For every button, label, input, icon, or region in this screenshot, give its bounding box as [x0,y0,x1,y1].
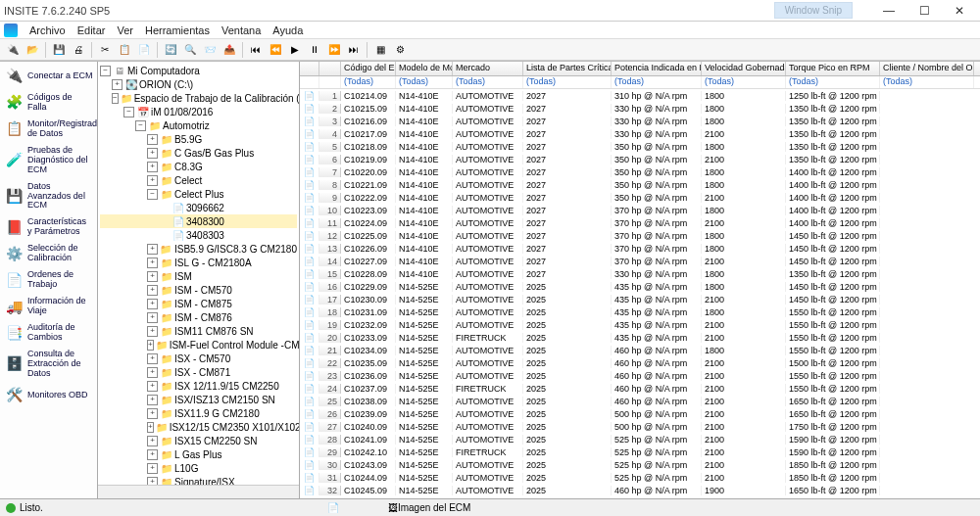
col-header[interactable] [300,62,319,75]
grid-row[interactable]: 📄18C10231.09N14-525EAUTOMOTIVE2025435 hp… [300,305,980,318]
grid-header[interactable]: Código del ECMModelo de MotorMercadoList… [300,62,980,76]
grid-row[interactable]: 📄5C10218.09N14-410EAUTOMOTIVE2027350 hp … [300,140,980,153]
expand-icon[interactable]: + [147,326,158,337]
expand-icon[interactable]: + [147,408,158,419]
expand-icon[interactable]: + [147,395,158,405]
expand-icon[interactable]: + [112,79,122,90]
grid-row[interactable]: 📄22C10235.09N14-525EAUTOMOTIVE2025460 hp… [300,356,980,369]
maximize-button[interactable]: ☐ [907,2,941,20]
tree-row[interactable]: 📄3408300 [100,214,297,228]
expand-icon[interactable]: + [147,353,158,364]
tree-row[interactable]: 📄3408303 [100,228,297,242]
tree-row[interactable]: +📁ISL G - CM2180A [100,256,297,269]
col-filter[interactable]: (Todas) [612,76,702,88]
side-item[interactable]: 📄Ordenes de Trabajo [2,267,95,293]
tool-export-icon[interactable]: 📤 [220,41,238,59]
tool-search-icon[interactable]: 🔍 [181,41,199,59]
grid-body[interactable]: 📄1C10214.09N14-410EAUTOMOTIVE2027310 hp … [300,89,980,498]
col-filter[interactable]: (Todas) [341,76,396,88]
col-header[interactable]: Mercado [453,62,523,75]
tree-row[interactable]: +📁ISM11 CM876 SN [100,324,297,338]
menu-ayuda[interactable]: Ayuda [267,23,309,38]
tree-row[interactable]: +📁ISM - CM876 [100,310,297,324]
grid-row[interactable]: 📄11C10224.09N14-410EAUTOMOTIVE2027370 hp… [300,216,980,229]
expand-icon[interactable]: − [100,66,111,76]
expand-icon[interactable]: + [147,463,158,474]
grid-row[interactable]: 📄27C10240.09N14-525EAUTOMOTIVE2025500 hp… [300,420,980,433]
expand-icon[interactable]: − [112,93,119,104]
grid-row[interactable]: 📄28C10241.09N14-525EAUTOMOTIVE2025525 hp… [300,433,980,446]
tree-row[interactable]: +📁C Gas/B Gas Plus [100,146,297,160]
grid-row[interactable]: 📄23C10236.09N14-525EAUTOMOTIVE2025460 hp… [300,369,980,382]
expand-icon[interactable]: + [147,340,154,351]
tool-open-icon[interactable]: 📂 [24,41,41,59]
grid-row[interactable]: 📄20C10233.09N14-525EFIRETRUCK2025435 hp … [300,331,980,344]
grid-row[interactable]: 📄2C10215.09N14-410EAUTOMOTIVE2027330 hp … [300,102,980,115]
expand-icon[interactable]: − [147,189,158,200]
tree-row[interactable]: +📁ISB5.9 G/ISC8.3 G CM2180 [100,242,297,256]
tree-row[interactable]: −📅iM 01/08/2016 [100,105,297,118]
tool-play-icon[interactable]: ▶ [286,41,304,59]
expand-icon[interactable]: + [147,285,158,296]
col-header[interactable]: Código del ECM [341,62,396,75]
minimize-button[interactable]: — [872,2,906,20]
side-item[interactable]: ⚙️Selección de Calibración [2,241,95,266]
tool-copy-icon[interactable]: 📋 [116,41,133,59]
menu-editar[interactable]: Editar [72,23,112,38]
grid-row[interactable]: 📄3C10216.09N14-410EAUTOMOTIVE2027330 hp … [300,115,980,127]
expand-icon[interactable]: + [147,244,158,255]
side-item[interactable]: 📑Auditoría de Cambios [2,320,95,346]
grid-row[interactable]: 📄21C10234.09N14-525EAUTOMOTIVE2025460 hp… [300,344,980,356]
grid-row[interactable]: 📄6C10219.09N14-410EAUTOMOTIVE2027350 hp … [300,153,980,165]
tree-row[interactable]: +📁L Gas Plus [100,447,297,461]
expand-icon[interactable]: + [147,436,158,446]
col-header[interactable]: Modelo de Motor [396,62,453,75]
tree-row[interactable]: −📁Automotriz [100,118,297,132]
menu-herramientas[interactable]: Herramientas [139,23,216,38]
grid-row[interactable]: 📄15C10228.09N14-410EAUTOMOTIVE2027330 hp… [300,267,980,280]
tool-cut-icon[interactable]: ✂ [96,41,114,59]
grid-row[interactable]: 📄13C10226.09N14-410EAUTOMOTIVE2027370 hp… [300,242,980,255]
col-header[interactable] [319,62,341,75]
expand-icon[interactable]: + [147,299,158,309]
expand-icon[interactable]: + [147,449,158,460]
tree-row[interactable]: +📁ISX - CM570 [100,352,297,365]
menu-ver[interactable]: Ver [111,23,139,38]
tool-refresh-icon[interactable]: 🔄 [162,41,179,59]
expand-icon[interactable]: + [147,422,154,433]
col-header[interactable]: Potencia Indicada en RPM [612,62,702,75]
grid-row[interactable]: 📄8C10221.09N14-410EAUTOMOTIVE2027350 hp … [300,178,980,191]
tree-row[interactable]: +📁ISX 12/11.9/15 CM2250 [100,379,297,393]
side-item[interactable]: 🛠️Monitores OBD [2,383,95,408]
expand-icon[interactable]: + [147,381,158,392]
expand-icon[interactable]: + [147,162,158,172]
col-header[interactable]: Lista de Partes Críticas [523,62,612,75]
grid-row[interactable]: 📄26C10239.09N14-525EAUTOMOTIVE2025500 hp… [300,407,980,420]
tree-row[interactable]: +📁B5.9G [100,132,297,146]
tree-row[interactable]: +📁C8.3G [100,160,297,173]
grid-row[interactable]: 📄29C10242.10N14-525EFIRETRUCK2025525 hp … [300,446,980,458]
tool-last-icon[interactable]: ⏭ [345,41,363,59]
grid-row[interactable]: 📄12C10225.09N14-410EAUTOMOTIVE2027370 hp… [300,229,980,242]
grid-row[interactable]: 📄9C10222.09N14-410EAUTOMOTIVE2027350 hp … [300,191,980,204]
col-filter[interactable]: (Todas) [786,76,880,88]
col-header[interactable]: Velocidad Gobernada [702,62,786,75]
grid-row[interactable]: 📄4C10217.09N14-410EAUTOMOTIVE2027330 hp … [300,127,980,140]
close-button[interactable]: ✕ [943,2,976,20]
grid-row[interactable]: 📄32C10245.09N14-525EAUTOMOTIVE2025460 hp… [300,484,980,496]
tree-row[interactable]: +📁Signature/ISX [100,475,297,485]
grid-row[interactable]: 📄24C10237.09N14-525EFIRETRUCK2025460 hp … [300,382,980,395]
expand-icon[interactable]: + [147,477,158,486]
tool-settings-icon[interactable]: ⚙ [391,41,409,59]
grid-filter-row[interactable]: (Todas)(Todas)(Todas)(Todas)(Todas)(Toda… [300,76,980,89]
expand-icon[interactable]: − [135,120,146,131]
col-filter[interactable]: (Todas) [702,76,786,88]
tree-hscroll[interactable] [98,485,299,498]
side-item[interactable]: 📕Características y Parámetros [2,214,95,240]
grid-row[interactable]: 📄17C10230.09N14-525EAUTOMOTIVE2025435 hp… [300,293,980,305]
tree-row[interactable]: +📁L10G [100,461,297,475]
tool-next-icon[interactable]: ⏩ [325,41,343,59]
calibration-tree[interactable]: −🖥Mi Computadora+💽ORION (C:\)−📁Espacio d… [98,62,299,485]
col-filter[interactable]: (Todas) [396,76,453,88]
expand-icon[interactable]: + [147,271,158,282]
